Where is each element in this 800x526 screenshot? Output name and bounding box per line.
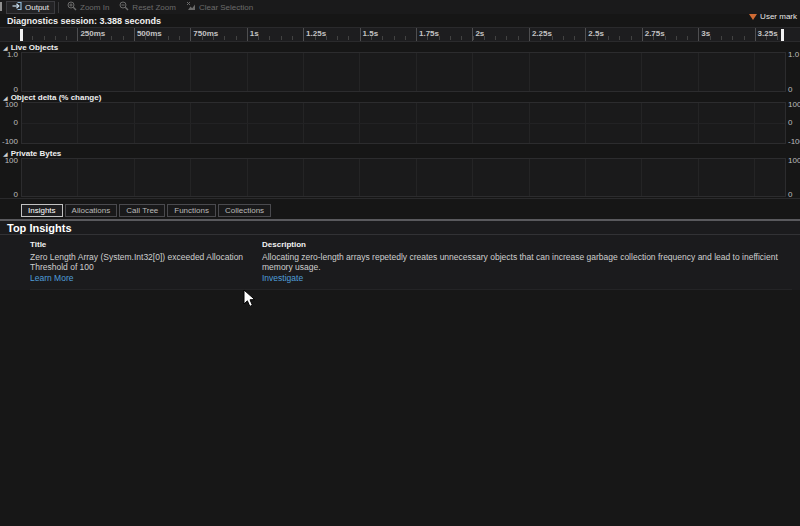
ruler-tick-label: 500ms: [137, 29, 162, 38]
zoom-in-label: Zoom In: [80, 3, 109, 12]
insight-row: Zero Length Array (System.Int32[0]) exce…: [30, 252, 792, 290]
tab-functions[interactable]: Functions: [167, 204, 216, 217]
ruler-tick-label: 2.75s: [645, 29, 665, 38]
panel-title: Top Insights: [7, 222, 72, 234]
tab-label: Collections: [225, 206, 264, 215]
ruler-tick: 750ms: [190, 28, 191, 41]
column-header-title: Title: [30, 240, 262, 252]
tab-label: Allocations: [72, 206, 111, 215]
chart-title: Object delta (% change): [11, 93, 102, 102]
y-axis-right: 100 0 -100: [786, 102, 800, 144]
ruler-tick-label: 2.25s: [532, 29, 552, 38]
y-axis-left: 100 0 -100: [0, 102, 21, 144]
ruler-tick: 1.75s: [416, 28, 417, 41]
reset-zoom-icon: [119, 1, 129, 13]
axis-label: -100: [2, 137, 18, 146]
insights-table-header: Title Description: [30, 240, 792, 252]
ruler-tick: 1s: [247, 28, 248, 41]
ruler-tick-label: 1s: [250, 29, 259, 38]
ruler-tick-label: 3s: [701, 29, 710, 38]
live-objects-plot[interactable]: [21, 52, 786, 92]
ruler-tick: 250ms: [77, 28, 78, 41]
axis-label: 0: [14, 118, 18, 127]
investigate-link[interactable]: Investigate: [262, 273, 780, 283]
tab-collections[interactable]: Collections: [218, 204, 271, 217]
selection-start-handle[interactable]: [20, 29, 23, 41]
ruler-tick-label: 3.25s: [758, 29, 778, 38]
learn-more-link[interactable]: Learn More: [30, 273, 250, 283]
ruler-tick: 3s: [698, 28, 699, 41]
chart-header-live-objects[interactable]: ◢ Live Objects: [3, 43, 800, 52]
ruler-tick: 2.25s: [529, 28, 530, 41]
output-button-label: Output: [25, 3, 49, 12]
axis-label: 100: [5, 156, 18, 165]
axis-label: 1.0: [7, 50, 18, 59]
user-mark-legend: User mark: [749, 12, 797, 21]
ruler-tick-label: 250ms: [80, 29, 105, 38]
zoom-in-button[interactable]: Zoom In: [62, 1, 114, 14]
timeline-ruler[interactable]: 250ms 500ms 750ms 1s 1.25s 1.5s 1.75s 2s…: [0, 27, 800, 42]
ruler-tick-label: 1.5s: [363, 29, 379, 38]
axis-label: 100: [788, 100, 800, 109]
private-bytes-plot[interactable]: [21, 158, 786, 197]
axis-label: 100: [5, 100, 18, 109]
empty-panel-area: [0, 290, 800, 526]
object-delta-plot[interactable]: [21, 102, 786, 144]
charts-area: ◢ Live Objects 1.0 0 1.0 0 ◢ Object delt…: [0, 43, 800, 199]
ruler-tick-label: 2s: [475, 29, 484, 38]
y-axis-left: 100 0: [0, 158, 21, 197]
insight-title-cell: Zero Length Array (System.Int32[0]) exce…: [30, 252, 262, 283]
tab-label: Functions: [174, 206, 209, 215]
user-mark-icon: [749, 14, 757, 20]
ruler-tick: 1.5s: [360, 28, 361, 41]
clear-selection-label: Clear Selection: [199, 3, 253, 12]
axis-label: 0: [788, 190, 792, 199]
ruler-tick-label: 750ms: [193, 29, 218, 38]
insight-description-cell: Allocating zero-length arrays repetedly …: [262, 252, 792, 283]
output-button[interactable]: Output: [6, 1, 55, 14]
clear-selection-button[interactable]: Clear Selection: [181, 1, 258, 14]
ruler-tick-label: 1.75s: [419, 29, 439, 38]
ruler-tick: 2s: [472, 28, 473, 41]
ruler-tick: 500ms: [134, 28, 135, 41]
ruler-tick-label: 1.25s: [306, 29, 326, 38]
insight-title: Zero Length Array (System.Int32[0]) exce…: [30, 252, 243, 272]
toolbar-separator: [58, 2, 59, 13]
axis-label: -100: [788, 137, 800, 146]
y-axis-left: 1.0 0: [0, 52, 21, 92]
chart-header-object-delta[interactable]: ◢ Object delta (% change): [3, 93, 800, 102]
chart-section-object-delta: ◢ Object delta (% change) 100 0 -100 100…: [0, 93, 800, 144]
ruler-tick: 2.5s: [585, 28, 586, 41]
tab-label: Insights: [28, 206, 56, 215]
bottom-tabbar: Insights Allocations Call Tree Functions…: [21, 204, 800, 217]
insights-panel: Top Insights Title Description Zero Leng…: [0, 221, 800, 526]
ruler-tick-label: 2.5s: [588, 29, 604, 38]
toolbar: Output Zoom In Reset Z: [0, 0, 800, 14]
session-label: Diagnostics session: 3.388 seconds: [7, 16, 161, 26]
diagnostics-session-window: Output Zoom In Reset Z: [0, 0, 800, 526]
reset-zoom-button[interactable]: Reset Zoom: [114, 1, 181, 14]
column-header-description: Description: [262, 240, 792, 252]
left-edge-scrollbar-sliver: [0, 2, 2, 11]
ruler-tick: 2.75s: [642, 28, 643, 41]
tab-allocations[interactable]: Allocations: [65, 204, 118, 217]
axis-label: 0: [14, 85, 18, 94]
ruler-minor-ticks: [21, 36, 786, 40]
ruler-tick: 3.25s: [755, 28, 756, 41]
y-axis-right: 1.0 0: [786, 52, 800, 92]
axis-label: 0: [788, 118, 792, 127]
output-icon: [12, 1, 22, 13]
clear-selection-icon: [186, 1, 196, 13]
chart-header-private-bytes[interactable]: ◢ Private Bytes: [3, 149, 800, 158]
reset-zoom-label: Reset Zoom: [132, 3, 176, 12]
selection-end-handle[interactable]: [781, 29, 784, 41]
y-axis-right: 100 0: [786, 158, 800, 197]
tab-insights[interactable]: Insights: [21, 204, 63, 217]
session-row: Diagnostics session: 3.388 seconds: [0, 14, 800, 27]
tab-call-tree[interactable]: Call Tree: [119, 204, 165, 217]
zoom-in-icon: [67, 1, 77, 13]
axis-label: 0: [788, 85, 792, 94]
chart-section-live-objects: ◢ Live Objects 1.0 0 1.0 0: [0, 43, 800, 92]
insight-description: Allocating zero-length arrays repetedly …: [262, 252, 778, 272]
axis-label: 100: [788, 156, 800, 165]
